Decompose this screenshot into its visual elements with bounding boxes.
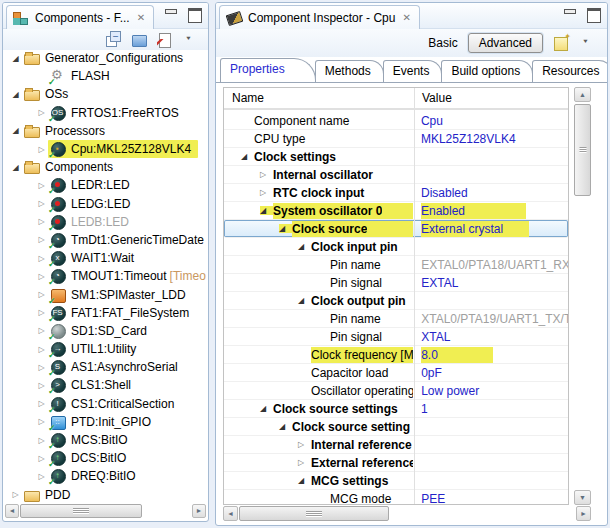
property-row[interactable]: CPU type MKL25Z128VLK4 [224,130,568,148]
inspector-tab[interactable]: Resources [532,60,608,82]
tree-expander-icon[interactable]: ▷ [35,290,48,299]
advanced-mode-button[interactable]: Advanced [468,33,543,53]
tree-item[interactable]: ▷ x WAIT1:Wait [3,249,208,267]
property-value-cell[interactable]: 8.0 [413,346,568,363]
collapse-all-icon[interactable] [105,32,122,48]
property-row[interactable]: ◢ System oscillator 0 Enabled [224,202,568,220]
tree-item[interactable]: ▷ LEDG:LED [3,195,208,213]
tree-expander-icon[interactable]: ▷ [35,254,48,263]
property-row[interactable]: ◢ Clock output pin [224,292,568,310]
property-value-cell[interactable] [413,166,568,183]
property-value-cell[interactable] [413,418,568,435]
row-expander-icon[interactable]: ▷ [260,170,273,179]
tree-expander-icon[interactable]: ▷ [35,108,48,117]
tree-item[interactable]: ▷ LEDR:LED [3,176,208,194]
tree-item[interactable]: ▷ ↑ MCS:BitIO [3,431,208,449]
property-value-cell[interactable]: PEE [413,490,568,504]
property-value-cell[interactable]: EXTAL0/PTA18/UART1_RX/T.. [413,256,568,273]
tree-expander-icon[interactable]: ▷ [35,381,48,390]
tree-expander-icon[interactable]: ▷ [35,235,48,244]
row-expander-icon[interactable]: ◢ [241,152,254,161]
tree-expander-icon[interactable]: ▷ [35,326,48,335]
tree-item[interactable]: ▷ ◔ TMOUT1:Timeout [Timeo [3,267,208,285]
tree-expander-icon[interactable]: ◢ [9,126,22,135]
tree-expander-icon[interactable]: ▷ [35,472,48,481]
tree-expander-icon[interactable]: ◢ [9,90,22,99]
property-value-cell[interactable]: MKL25Z128VLK4 [413,130,568,147]
property-value-cell[interactable] [413,454,568,471]
property-row[interactable]: ◢ Clock source External crystal [224,220,568,238]
inspector-tab[interactable]: Events [383,60,443,82]
row-expander-icon[interactable]: ◢ [260,206,273,215]
scroll-down-icon[interactable]: ▼ [574,490,591,505]
property-value-cell[interactable]: Low power [413,382,568,399]
scroll-left-icon[interactable]: ◄ [5,504,19,518]
column-divider[interactable] [414,88,415,504]
table-hscrollbar[interactable]: ◄ ► [223,506,591,521]
property-row[interactable]: ▷ RTC clock input Disabled [224,184,568,202]
tree-hscrollbar[interactable]: ◄ ► [5,504,206,519]
tree-item[interactable]: ◢ Generator_Configurations [3,49,208,67]
tree-item[interactable]: ◢ Processors [3,122,208,140]
tree-item[interactable]: ▷ :: PTD:Init_GPIO [3,413,208,431]
property-row[interactable]: ◢ Clock input pin [224,238,568,256]
property-value-cell[interactable]: EXTAL [413,274,568,291]
vscroll-thumb[interactable] [574,104,591,196]
property-row[interactable]: ◢ Clock settings [224,148,568,166]
property-value-cell[interactable]: External crystal [413,220,568,237]
view-menu-icon[interactable] [580,35,597,51]
components-library-icon[interactable] [131,32,148,48]
components-view-tab[interactable]: Components - F... ✕ [6,5,154,29]
tree-item[interactable]: ▷ ▪ Cpu:MKL25Z128VLK4 [3,140,208,158]
property-row[interactable]: ▷ Internal reference [224,436,568,454]
basic-mode-button[interactable]: Basic [428,36,457,50]
property-row[interactable]: MCG mode PEE [224,490,568,504]
property-row[interactable]: ▷ External reference [224,454,568,472]
row-expander-icon[interactable]: ◢ [298,296,311,305]
tree-hscroll-thumb[interactable] [20,504,142,518]
tree-expander-icon[interactable]: ▷ [35,272,48,281]
maximize-button[interactable] [587,8,601,20]
property-row[interactable]: ◢ Clock source settings 1 [224,400,568,418]
property-value-cell[interactable] [413,436,568,453]
tree-item[interactable]: ▷ FS FAT1:FAT_FileSystem [3,304,208,322]
minimize-button[interactable] [563,8,577,20]
tree-item[interactable]: ▷ → UTIL1:Utility [3,340,208,358]
tree-expander-icon[interactable]: ▷ [35,199,48,208]
tree-expander-icon[interactable]: ▷ [35,181,48,190]
row-expander-icon[interactable]: ◢ [298,242,311,251]
tree-item[interactable]: ▷ ! CS1:CriticalSection [3,395,208,413]
inspector-tab[interactable]: Methods [315,60,384,82]
table-hscroll-thumb[interactable] [239,506,389,521]
row-expander-icon[interactable]: ◢ [298,476,311,485]
close-icon[interactable]: ✕ [402,12,410,23]
tree-item[interactable]: ▷ > CLS1:Shell [3,376,208,394]
tree-expander-icon[interactable]: ▷ [35,399,48,408]
view-menu-icon[interactable] [183,32,200,48]
code-generation-icon[interactable] [157,32,174,48]
tree-expander-icon[interactable]: ▷ [35,454,48,463]
property-row[interactable]: ▷ Internal oscillator [224,166,568,184]
tree-expander-icon[interactable]: ▷ [9,490,22,499]
property-row[interactable]: ◢ Clock source setting 0 [224,418,568,436]
property-value-cell[interactable] [413,292,568,309]
inspector-view-tab[interactable]: Component Inspector - Cpu ✕ [219,5,420,29]
property-value-cell[interactable]: XTAL0/PTA19/UART1_TX/TP.. [413,310,568,327]
property-value-cell[interactable]: Enabled [413,202,568,219]
sticky-note-icon[interactable] [553,35,570,51]
tree-item[interactable]: ▷ LEDB:LED [3,213,208,231]
close-icon[interactable]: ✕ [137,12,145,23]
scroll-right-icon[interactable]: ► [576,506,591,521]
property-row[interactable]: Capacitor load 0pF [224,364,568,382]
row-expander-icon[interactable]: ◢ [279,422,292,431]
tree-expander-icon[interactable]: ▷ [35,417,48,426]
tree-item[interactable]: ▷ PDD [3,486,208,504]
tree-expander-icon[interactable]: ◢ [9,163,22,172]
property-value-cell[interactable] [413,238,568,255]
property-row[interactable]: Pin name XTAL0/PTA19/UART1_TX/TP.. [224,310,568,328]
property-row[interactable]: Clock frequency [M 8.0 [224,346,568,364]
tree-expander-icon[interactable]: ▷ [35,308,48,317]
tree-item[interactable]: ▷ ↑ DCS:BitIO [3,449,208,467]
tree-expander-icon[interactable]: ▷ [35,145,48,154]
property-row[interactable]: ◢ MCG settings [224,472,568,490]
